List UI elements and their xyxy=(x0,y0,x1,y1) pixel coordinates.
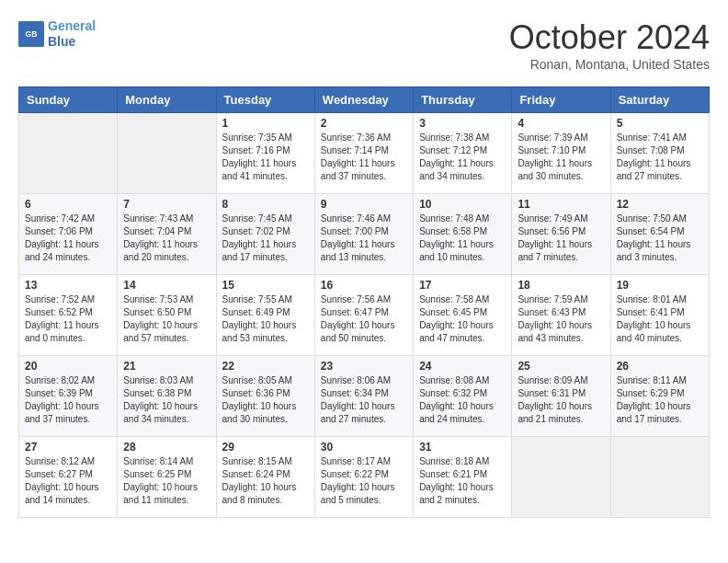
weekday-header-row: SundayMondayTuesdayWednesdayThursdayFrid… xyxy=(19,87,710,113)
day-info: Sunrise: 8:14 AM Sunset: 6:25 PM Dayligh… xyxy=(123,455,210,507)
day-info: Sunrise: 7:45 AM Sunset: 7:02 PM Dayligh… xyxy=(222,213,309,264)
day-number: 18 xyxy=(518,279,604,292)
calendar-cell: 3Sunrise: 7:38 AM Sunset: 7:12 PM Daylig… xyxy=(414,113,512,194)
day-number: 24 xyxy=(419,360,506,373)
calendar-cell xyxy=(19,113,118,194)
day-info: Sunrise: 8:12 AM Sunset: 6:27 PM Dayligh… xyxy=(25,455,111,507)
calendar-cell: 17Sunrise: 7:58 AM Sunset: 6:45 PM Dayli… xyxy=(414,275,512,356)
calendar-cell: 1Sunrise: 7:35 AM Sunset: 7:16 PM Daylig… xyxy=(216,113,314,194)
calendar-cell: 5Sunrise: 7:41 AM Sunset: 7:08 PM Daylig… xyxy=(610,113,709,194)
day-info: Sunrise: 7:55 AM Sunset: 6:49 PM Dayligh… xyxy=(222,293,309,345)
calendar-header: SundayMondayTuesdayWednesdayThursdayFrid… xyxy=(19,87,710,113)
day-info: Sunrise: 7:43 AM Sunset: 7:04 PM Dayligh… xyxy=(123,213,210,264)
logo: GB General Blue xyxy=(18,18,96,50)
calendar-cell: 31Sunrise: 8:18 AM Sunset: 6:21 PM Dayli… xyxy=(414,437,512,518)
day-info: Sunrise: 8:11 AM Sunset: 6:29 PM Dayligh… xyxy=(617,374,703,426)
calendar-cell: 14Sunrise: 7:53 AM Sunset: 6:50 PM Dayli… xyxy=(118,275,216,356)
day-info: Sunrise: 8:06 AM Sunset: 6:34 PM Dayligh… xyxy=(321,374,407,426)
day-info: Sunrise: 8:02 AM Sunset: 6:39 PM Dayligh… xyxy=(25,374,111,426)
calendar-cell: 22Sunrise: 8:05 AM Sunset: 6:36 PM Dayli… xyxy=(216,356,314,437)
day-number: 16 xyxy=(321,279,407,292)
day-info: Sunrise: 7:56 AM Sunset: 6:47 PM Dayligh… xyxy=(321,293,407,345)
logo-text: General Blue xyxy=(48,18,96,50)
calendar-cell: 23Sunrise: 8:06 AM Sunset: 6:34 PM Dayli… xyxy=(314,356,413,437)
day-number: 4 xyxy=(518,117,604,130)
day-number: 8 xyxy=(222,198,309,211)
calendar-cell: 26Sunrise: 8:11 AM Sunset: 6:29 PM Dayli… xyxy=(610,356,709,437)
day-number: 20 xyxy=(25,360,111,373)
calendar-cell: 29Sunrise: 8:15 AM Sunset: 6:24 PM Dayli… xyxy=(216,437,314,518)
weekday-header: Sunday xyxy=(19,87,118,113)
page-header: GB General Blue October 2024 Ronan, Mont… xyxy=(18,18,710,72)
calendar-cell: 13Sunrise: 7:52 AM Sunset: 6:52 PM Dayli… xyxy=(19,275,118,356)
day-info: Sunrise: 7:39 AM Sunset: 7:10 PM Dayligh… xyxy=(518,132,604,183)
calendar-cell: 24Sunrise: 8:08 AM Sunset: 6:32 PM Dayli… xyxy=(414,356,512,437)
day-number: 17 xyxy=(419,279,506,292)
calendar-cell: 8Sunrise: 7:45 AM Sunset: 7:02 PM Daylig… xyxy=(216,194,314,275)
calendar-cell: 30Sunrise: 8:17 AM Sunset: 6:22 PM Dayli… xyxy=(314,437,413,518)
calendar-table: SundayMondayTuesdayWednesdayThursdayFrid… xyxy=(18,86,710,518)
day-number: 3 xyxy=(419,117,506,130)
day-info: Sunrise: 8:18 AM Sunset: 6:21 PM Dayligh… xyxy=(419,455,506,507)
day-number: 22 xyxy=(222,360,309,373)
calendar-cell: 25Sunrise: 8:09 AM Sunset: 6:31 PM Dayli… xyxy=(512,356,610,437)
day-info: Sunrise: 7:58 AM Sunset: 6:45 PM Dayligh… xyxy=(419,293,506,345)
day-number: 10 xyxy=(419,198,506,211)
weekday-header: Tuesday xyxy=(216,87,314,113)
svg-text:GB: GB xyxy=(26,29,38,39)
day-number: 7 xyxy=(123,198,210,211)
weekday-header: Wednesday xyxy=(314,87,413,113)
day-number: 2 xyxy=(321,117,407,130)
day-number: 28 xyxy=(123,441,210,454)
day-number: 14 xyxy=(123,279,210,292)
calendar-cell: 16Sunrise: 7:56 AM Sunset: 6:47 PM Dayli… xyxy=(314,275,413,356)
day-info: Sunrise: 7:48 AM Sunset: 6:58 PM Dayligh… xyxy=(419,213,506,264)
day-number: 25 xyxy=(518,360,604,373)
day-number: 1 xyxy=(222,117,309,130)
day-info: Sunrise: 8:08 AM Sunset: 6:32 PM Dayligh… xyxy=(419,374,506,426)
day-info: Sunrise: 7:35 AM Sunset: 7:16 PM Dayligh… xyxy=(222,132,309,183)
calendar-cell xyxy=(610,437,709,518)
calendar-cell: 11Sunrise: 7:49 AM Sunset: 6:56 PM Dayli… xyxy=(512,194,610,275)
day-number: 31 xyxy=(419,441,506,454)
weekday-header: Monday xyxy=(118,87,216,113)
logo-icon: GB xyxy=(18,21,44,47)
day-info: Sunrise: 8:17 AM Sunset: 6:22 PM Dayligh… xyxy=(321,455,407,507)
day-number: 6 xyxy=(25,198,111,211)
calendar-cell: 21Sunrise: 8:03 AM Sunset: 6:38 PM Dayli… xyxy=(118,356,216,437)
day-number: 11 xyxy=(518,198,604,211)
calendar-week-row: 27Sunrise: 8:12 AM Sunset: 6:27 PM Dayli… xyxy=(19,437,710,518)
calendar-cell: 15Sunrise: 7:55 AM Sunset: 6:49 PM Dayli… xyxy=(216,275,314,356)
calendar-week-row: 6Sunrise: 7:42 AM Sunset: 7:06 PM Daylig… xyxy=(19,194,710,275)
day-number: 30 xyxy=(321,441,407,454)
day-info: Sunrise: 8:09 AM Sunset: 6:31 PM Dayligh… xyxy=(518,374,604,426)
title-block: October 2024 Ronan, Montana, United Stat… xyxy=(509,18,710,72)
calendar-cell: 19Sunrise: 8:01 AM Sunset: 6:41 PM Dayli… xyxy=(610,275,709,356)
calendar-cell: 9Sunrise: 7:46 AM Sunset: 7:00 PM Daylig… xyxy=(314,194,413,275)
calendar-cell: 20Sunrise: 8:02 AM Sunset: 6:39 PM Dayli… xyxy=(19,356,118,437)
day-info: Sunrise: 8:03 AM Sunset: 6:38 PM Dayligh… xyxy=(123,374,210,426)
day-number: 29 xyxy=(222,441,309,454)
day-info: Sunrise: 7:42 AM Sunset: 7:06 PM Dayligh… xyxy=(25,213,111,264)
calendar-cell: 27Sunrise: 8:12 AM Sunset: 6:27 PM Dayli… xyxy=(19,437,118,518)
day-info: Sunrise: 7:41 AM Sunset: 7:08 PM Dayligh… xyxy=(617,132,703,183)
day-info: Sunrise: 8:05 AM Sunset: 6:36 PM Dayligh… xyxy=(222,374,309,426)
calendar-cell: 2Sunrise: 7:36 AM Sunset: 7:14 PM Daylig… xyxy=(314,113,413,194)
day-number: 15 xyxy=(222,279,309,292)
day-info: Sunrise: 7:50 AM Sunset: 6:54 PM Dayligh… xyxy=(617,213,703,264)
calendar-cell: 18Sunrise: 7:59 AM Sunset: 6:43 PM Dayli… xyxy=(512,275,610,356)
day-number: 23 xyxy=(321,360,407,373)
calendar-week-row: 1Sunrise: 7:35 AM Sunset: 7:16 PM Daylig… xyxy=(19,113,710,194)
calendar-cell: 10Sunrise: 7:48 AM Sunset: 6:58 PM Dayli… xyxy=(414,194,512,275)
day-number: 9 xyxy=(321,198,407,211)
calendar-body: 1Sunrise: 7:35 AM Sunset: 7:16 PM Daylig… xyxy=(19,113,710,518)
day-number: 12 xyxy=(617,198,703,211)
day-info: Sunrise: 8:15 AM Sunset: 6:24 PM Dayligh… xyxy=(222,455,309,507)
day-info: Sunrise: 7:53 AM Sunset: 6:50 PM Dayligh… xyxy=(123,293,210,345)
calendar-cell xyxy=(512,437,610,518)
day-info: Sunrise: 7:59 AM Sunset: 6:43 PM Dayligh… xyxy=(518,293,604,345)
day-number: 19 xyxy=(617,279,703,292)
day-info: Sunrise: 7:38 AM Sunset: 7:12 PM Dayligh… xyxy=(419,132,506,183)
day-info: Sunrise: 7:36 AM Sunset: 7:14 PM Dayligh… xyxy=(321,132,407,183)
day-number: 27 xyxy=(25,441,111,454)
